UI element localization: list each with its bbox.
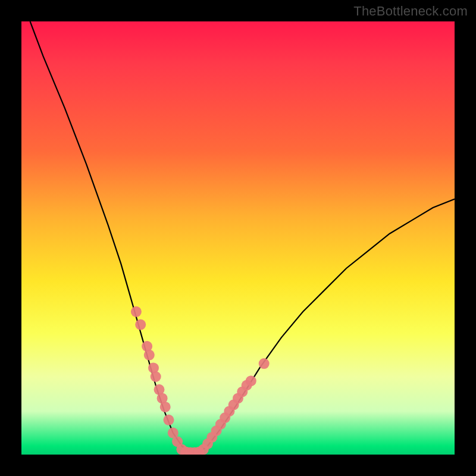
data-marker [246, 375, 256, 386]
data-marker [206, 432, 217, 443]
data-marker [142, 341, 152, 352]
data-marker [211, 425, 222, 436]
chart-frame: TheBottleneck.com [0, 0, 476, 476]
plot-area [21, 21, 455, 455]
data-marker [157, 393, 168, 403]
data-marker [131, 306, 142, 317]
data-marker [198, 444, 209, 455]
data-marker [135, 320, 146, 330]
data-marker [148, 362, 159, 373]
data-marker [160, 402, 171, 412]
data-marker [172, 436, 183, 447]
data-marker [233, 393, 243, 403]
curve-line [30, 21, 455, 452]
data-marker [154, 384, 165, 395]
watermark-text: TheBottleneck.com [353, 4, 468, 19]
data-marker [194, 447, 205, 455]
chart-svg [21, 21, 455, 455]
data-marker [224, 406, 234, 416]
data-markers [131, 306, 270, 455]
data-marker [215, 419, 226, 430]
data-marker [176, 444, 187, 455]
data-marker [228, 399, 239, 410]
data-marker [220, 412, 230, 423]
data-marker [185, 447, 196, 455]
data-marker [144, 350, 155, 361]
data-marker [168, 428, 178, 439]
data-marker [181, 447, 192, 455]
data-marker [151, 371, 161, 382]
data-marker [202, 439, 213, 449]
data-marker [237, 386, 248, 397]
data-marker [189, 447, 200, 455]
data-marker [242, 380, 252, 391]
data-marker [164, 415, 174, 425]
data-marker [259, 358, 270, 369]
